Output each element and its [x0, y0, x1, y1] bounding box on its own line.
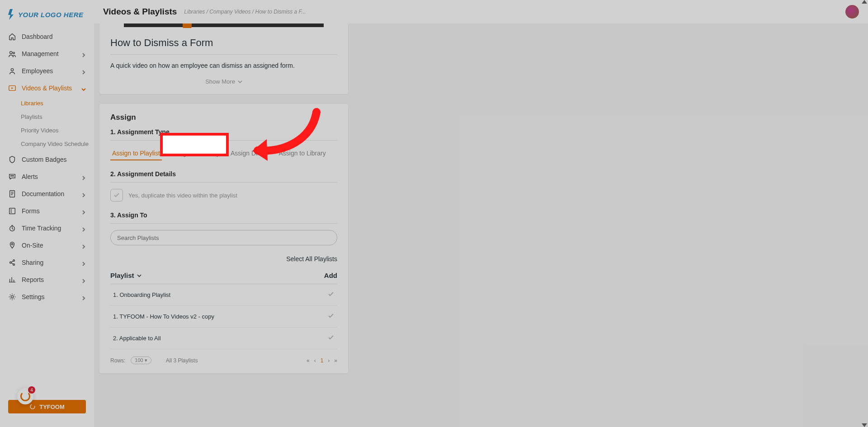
rows-label: Rows: — [110, 357, 125, 364]
nav-settings[interactable]: Settings — [0, 288, 94, 305]
nav-employees[interactable]: Employees — [0, 62, 94, 80]
scrollbar-track[interactable] — [863, 23, 866, 423]
nav-management[interactable]: Management — [0, 45, 94, 62]
table-header: Playlist Add — [110, 272, 337, 284]
page-prev[interactable]: ‹ — [314, 357, 316, 364]
stopwatch-icon — [8, 224, 16, 232]
topbar: Videos & Playlists Libraries / Company V… — [94, 0, 868, 23]
nav-dashboard[interactable]: Dashboard — [0, 28, 94, 45]
breadcrumb[interactable]: Libraries / Company Videos / How to Dism… — [184, 9, 306, 15]
video-thumb — [124, 23, 324, 27]
avatar[interactable] — [845, 5, 859, 19]
chevron-right-icon — [81, 52, 86, 56]
col-add: Add — [324, 272, 337, 279]
add-playlist-check[interactable] — [327, 291, 335, 299]
tab-assign-direct[interactable]: Assign Direct — [229, 147, 269, 160]
svg-point-2 — [11, 69, 13, 71]
logo: YOUR LOGO HERE — [0, 5, 94, 28]
duplicate-label: Yes, duplicate this video within the pla… — [128, 192, 237, 199]
scroll-up-icon[interactable] — [862, 0, 867, 4]
tab-assign-library[interactable]: Assign to Library — [277, 147, 327, 160]
video-description: A quick video on how an employee can dis… — [110, 62, 337, 69]
scroll-down-icon[interactable] — [862, 423, 867, 427]
table-footer: Rows: 100 ▾ All 3 Playlists « ‹ 1 › » — [110, 357, 337, 364]
rows-select[interactable]: 100 ▾ — [131, 357, 151, 364]
nav-reports[interactable]: Reports — [0, 271, 94, 288]
select-all-playlists[interactable]: Select All Playlists — [110, 255, 337, 263]
chat-icon — [8, 173, 16, 181]
video-card: How to Dismiss a Form A quick video on h… — [99, 23, 348, 94]
page-last[interactable]: » — [334, 357, 337, 364]
svg-point-14 — [11, 296, 13, 298]
page-next[interactable]: › — [328, 357, 330, 364]
table-row: 1. Onboarding Playlist — [110, 284, 337, 306]
section-heading: 1. Assignment Type — [110, 128, 337, 141]
pager: « ‹ 1 › » — [307, 357, 337, 364]
help-bubble[interactable]: 4 — [17, 388, 33, 404]
pin-icon — [8, 241, 16, 249]
chevron-down-icon — [137, 273, 142, 278]
nav-sharing[interactable]: Sharing — [0, 254, 94, 271]
svg-point-5 — [12, 175, 12, 176]
nav-alerts[interactable]: Alerts — [0, 168, 94, 185]
chevron-right-icon — [81, 209, 86, 213]
person-icon — [8, 67, 16, 75]
sidebar: YOUR LOGO HERE Dashboard Management Empl… — [0, 0, 94, 427]
show-more-button[interactable]: Show More — [110, 78, 337, 85]
nav-videos-playlists[interactable]: Videos & Playlists — [0, 80, 94, 97]
show-more-label: Show More — [205, 78, 235, 85]
table-row: 2. Applicable to All — [110, 328, 337, 349]
chevron-right-icon — [81, 277, 86, 282]
rows-value: 100 — [135, 357, 143, 363]
nav-onsite[interactable]: On-Site — [0, 237, 94, 254]
nav-sub-priority-videos[interactable]: Priority Videos — [0, 124, 94, 137]
add-playlist-check[interactable] — [327, 312, 335, 321]
table-row: 1. TYFOOM - How To Videos v2 - copy — [110, 306, 337, 328]
svg-rect-8 — [9, 208, 15, 214]
playlist-name: 1. Onboarding Playlist — [113, 291, 170, 298]
playlist-name: 1. TYFOOM - How To Videos v2 - copy — [113, 313, 214, 320]
chevron-down-icon — [81, 86, 86, 90]
page-first[interactable]: « — [307, 357, 310, 364]
svg-point-15 — [30, 404, 35, 409]
content: How to Dismiss a Form A quick video on h… — [94, 23, 868, 427]
help-badge: 4 — [28, 386, 35, 394]
nav-forms[interactable]: Forms — [0, 202, 94, 220]
logo-text: YOUR LOGO HERE — [18, 11, 84, 19]
nav-sub-company-schedule[interactable]: Company Video Schedule — [0, 137, 94, 151]
nav-label: Employees — [22, 67, 53, 75]
sidebar-footer: TYFOOM — [0, 400, 94, 422]
tab-assign-priority[interactable]: Assign as Priority — [169, 147, 222, 160]
nav-sub-playlists[interactable]: Playlists — [0, 110, 94, 124]
nav-sub-libraries[interactable]: Libraries — [0, 97, 94, 110]
swirl-icon — [20, 391, 30, 401]
swirl-icon — [29, 404, 36, 410]
chevron-right-icon — [81, 226, 86, 230]
svg-point-11 — [10, 262, 12, 263]
tab-assign-playlist[interactable]: Assign to Playlist — [110, 147, 162, 160]
page-current: 1 — [321, 357, 324, 364]
svg-point-4 — [11, 175, 11, 176]
people-icon — [8, 50, 16, 58]
nav-time-tracking[interactable]: Time Tracking — [0, 220, 94, 237]
nav-label: Videos & Playlists — [22, 84, 72, 92]
duplicate-checkbox[interactable] — [110, 189, 123, 202]
nav-label: Settings — [22, 293, 45, 300]
col-playlist[interactable]: Playlist — [110, 272, 142, 279]
nav-label: Documentation — [22, 190, 64, 197]
gear-icon — [8, 293, 16, 301]
section-heading: 3. Assign To — [110, 211, 337, 224]
chevron-right-icon — [81, 192, 86, 196]
tyfoom-label: TYFOOM — [39, 404, 65, 410]
nav-custom-badges[interactable]: Custom Badges — [0, 151, 94, 168]
all-playlists-count: All 3 Playlists — [166, 357, 198, 364]
add-playlist-check[interactable] — [327, 334, 335, 343]
home-icon — [8, 33, 16, 41]
section-assignment-details: 2. Assignment Details Yes, duplicate thi… — [110, 170, 337, 202]
logo-icon — [8, 9, 14, 20]
divider — [110, 54, 337, 55]
nav-documentation[interactable]: Documentation — [0, 185, 94, 202]
doc-icon — [8, 190, 16, 198]
search-playlists-input[interactable] — [110, 230, 337, 245]
section-assign-to: 3. Assign To Select All Playlists Playli… — [110, 211, 337, 364]
